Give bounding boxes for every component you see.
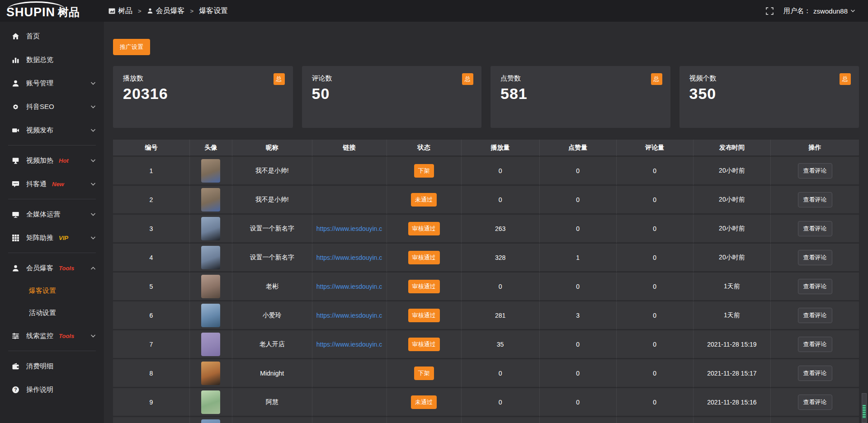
video-camera-icon (12, 127, 19, 134)
sidebar-subitem-baoke-settings[interactable]: 爆客设置 (0, 280, 104, 302)
sidebar-item-data-overview[interactable]: 数据总览 (0, 48, 104, 71)
cell-plays: 263 (462, 215, 540, 244)
cell-status: 审核通过 (387, 244, 462, 273)
profile-link[interactable]: https://www.iesdouyin.c (312, 225, 387, 232)
view-comments-button[interactable]: 查看评论 (798, 395, 832, 410)
status-badge[interactable]: 审核通过 (408, 338, 440, 351)
cell-link: https://www.iesdouyin.c (312, 330, 387, 359)
sidebar-item-all-media-operation[interactable]: 全媒体运营 (0, 202, 104, 226)
avatar (201, 217, 220, 240)
cell-nickname: 设置一个新名字 (232, 244, 312, 273)
column-header: 点赞量 (540, 140, 617, 157)
stat-value: 20316 (123, 85, 283, 103)
cell-action: 查看评论 (771, 388, 859, 417)
breadcrumb-item-baoke-settings[interactable]: 爆客设置 (199, 6, 228, 16)
view-comments-button[interactable]: 查看评论 (798, 366, 832, 381)
cell-likes: 0 (540, 273, 617, 301)
breadcrumb-item-shupin[interactable]: 树品 (108, 6, 132, 16)
cell-time: 1天前 (693, 273, 771, 301)
cell-time: 20小时前 (693, 244, 771, 273)
stat-label: 点赞数 (500, 74, 660, 83)
status-badge[interactable]: 审核通过 (408, 222, 440, 235)
profile-link[interactable]: https://www.iesdouyin.c (312, 254, 387, 261)
table-header-row: 编号头像昵称链接状态播放量点赞量评论量发布时间操作 (113, 140, 859, 157)
cell-link: https://www.iesdouyin.c (312, 273, 387, 301)
cell-link (312, 388, 387, 417)
cell-time: 1天前 (693, 301, 771, 330)
breadcrumb-item-member-baoke[interactable]: 会员爆客 (147, 6, 185, 16)
sidebar-item-consumption-detail[interactable]: 消费明细 (0, 354, 104, 378)
cell-plays: 35 (462, 330, 540, 359)
chevron-down-icon (90, 236, 96, 240)
sidebar-item-account-management[interactable]: 账号管理 (0, 71, 104, 95)
status-badge[interactable]: 审核通过 (408, 309, 440, 322)
person-icon (12, 264, 19, 272)
user-menu[interactable]: 用户名：zswodun88 (783, 7, 855, 15)
sidebar-item-label: 抖音SEO (26, 103, 54, 111)
chevron-down-icon (90, 128, 96, 132)
svg-text:?: ? (14, 387, 17, 392)
cell-time: 20小时前 (693, 157, 771, 186)
view-comments-button[interactable]: 查看评论 (798, 221, 832, 236)
status-badge[interactable]: 未通过 (411, 395, 437, 409)
sidebar-divider (8, 253, 96, 253)
cell-comments: 0 (617, 186, 693, 215)
table-row: 9阿慧未通过0002021-11-28 15:16查看评论 (113, 388, 859, 417)
sidebar-subitem-activity-settings[interactable]: 活动设置 (0, 302, 104, 324)
app-logo: SHUPIN 树品 (0, 0, 104, 22)
sidebar-item-clue-monitor[interactable]: 线索监控Tools (0, 324, 104, 348)
view-comments-button[interactable]: 查看评论 (798, 308, 832, 323)
fullscreen-icon[interactable] (766, 7, 774, 15)
profile-link[interactable]: https://www.iesdouyin.c (312, 312, 387, 319)
cell-comments: 0 (617, 301, 693, 330)
cell-id: 6 (113, 301, 190, 330)
sidebar-item-member-baoke[interactable]: 会员爆客Tools (0, 256, 104, 280)
view-comments-button[interactable]: 查看评论 (798, 163, 832, 179)
breadcrumb: 树品>会员爆客>爆客设置 (108, 6, 228, 16)
profile-link[interactable]: https://www.iesdouyin.c (312, 283, 387, 290)
view-comments-button[interactable]: 查看评论 (798, 192, 832, 207)
cell-likes: 0 (540, 186, 617, 215)
cell-plays: 281 (462, 301, 540, 330)
sidebar-item-video-publish[interactable]: 视频发布 (0, 118, 104, 142)
scrollbar-thumb[interactable] (863, 405, 866, 418)
sidebar-item-douyin-seo[interactable]: 抖音SEO (0, 95, 104, 118)
sidebar-item-operation-guide[interactable]: ?操作说明 (0, 378, 104, 401)
table-row: 7老人开店https://www.iesdouyin.c审核通过35002021… (113, 330, 859, 359)
profile-link[interactable]: https://www.iesdouyin.c (312, 341, 387, 348)
view-comments-button[interactable]: 查看评论 (798, 250, 832, 265)
monitor-icon (12, 211, 19, 218)
cell-id: 3 (113, 215, 190, 244)
cell-nickname: 我不是小帅! (232, 157, 312, 186)
status-badge[interactable]: 审核通过 (408, 280, 440, 293)
status-badge[interactable]: 下架 (414, 367, 434, 380)
cell-id: 5 (113, 273, 190, 301)
cell-id: 7 (113, 330, 190, 359)
sidebar-item-doukotong[interactable]: 抖客通New (0, 172, 104, 196)
breadcrumb-separator: > (138, 8, 142, 14)
cell-likes: 0 (540, 359, 617, 388)
view-comments-button[interactable]: 查看评论 (798, 337, 832, 352)
cell-link: https://www.iesdouyin.c (312, 215, 387, 244)
view-comments-button[interactable]: 查看评论 (798, 279, 832, 294)
status-badge[interactable]: 下架 (414, 164, 434, 178)
sidebar-divider (8, 351, 96, 351)
chevron-down-icon (90, 105, 96, 109)
sidebar-item-home[interactable]: 首页 (0, 24, 104, 48)
sidebar-item-matrix-boost[interactable]: 矩阵助推VIP (0, 226, 104, 249)
cell-avatar (190, 301, 232, 330)
cell-avatar (190, 244, 232, 273)
sidebar-item-video-heating[interactable]: 视频加热Hot (0, 149, 104, 172)
user-icon (12, 80, 19, 87)
page-scrollbar[interactable] (862, 393, 867, 423)
cell-link (312, 359, 387, 388)
cell-action: 查看评论 (771, 330, 859, 359)
chevron-up-icon (90, 266, 96, 270)
sidebar-item-label: 数据总览 (26, 56, 53, 64)
table-row (113, 417, 859, 423)
cell-plays: 0 (462, 359, 540, 388)
promo-settings-button[interactable]: 推广设置 (113, 39, 150, 55)
status-badge[interactable]: 审核通过 (408, 251, 440, 264)
cell-avatar (190, 388, 232, 417)
status-badge[interactable]: 未通过 (411, 193, 437, 207)
